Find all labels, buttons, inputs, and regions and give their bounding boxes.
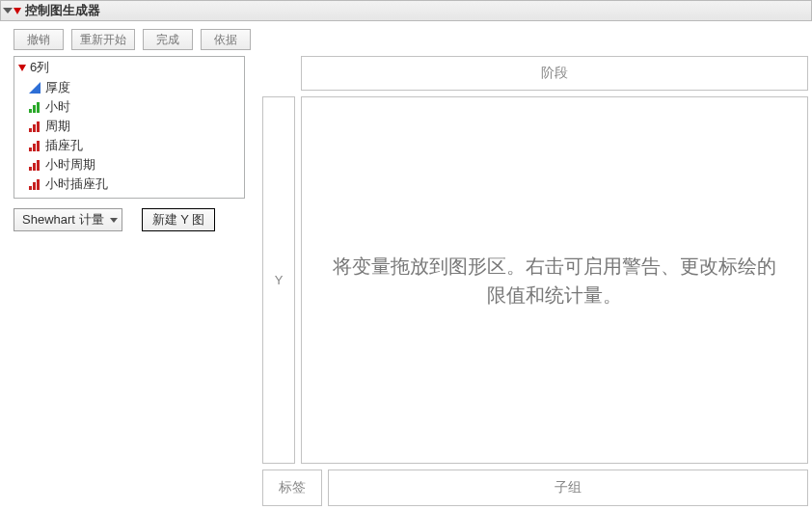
svg-rect-3	[37, 102, 40, 113]
column-item[interactable]: 厚度	[18, 78, 240, 97]
svg-rect-7	[29, 148, 32, 151]
ordinal-red-icon	[28, 158, 41, 172]
columns-header[interactable]: 6列	[14, 57, 244, 78]
svg-rect-13	[29, 186, 32, 190]
new-y-chart-button[interactable]: 新建 Y 图	[142, 208, 216, 231]
columns-list: 厚度小时周期插座孔小时周期小时插座孔	[14, 78, 244, 198]
column-label: 小时	[45, 98, 70, 116]
ordinal-red-icon	[28, 139, 41, 152]
chart-type-label: Shewhart 计量	[22, 211, 104, 228]
column-label: 小时周期	[45, 156, 95, 174]
svg-rect-2	[33, 105, 36, 113]
window-title: 控制图生成器	[25, 2, 100, 19]
svg-rect-4	[29, 128, 32, 132]
column-label: 周期	[45, 118, 70, 135]
svg-rect-11	[33, 163, 36, 171]
chevron-down-icon	[110, 218, 118, 223]
svg-rect-1	[29, 109, 32, 113]
dropzones: 阶段 Y 将变量拖放到图形区。右击可启用警告、更改标绘的限值和统计量。 标签 子…	[258, 56, 812, 510]
svg-rect-14	[33, 182, 36, 190]
column-item[interactable]: 小时周期	[18, 155, 240, 174]
title-bar: 控制图生成器	[0, 0, 812, 21]
column-label: 插座孔	[45, 137, 83, 154]
hotspot-icon[interactable]	[18, 65, 26, 71]
chart-type-dropdown[interactable]: Shewhart 计量	[14, 208, 122, 231]
left-panel: 6列 厚度小时周期插座孔小时周期小时插座孔 Shewhart 计量 新建 Y 图	[0, 56, 258, 510]
toolbar: 撤销 重新开始 完成 依据	[0, 21, 812, 56]
svg-rect-8	[33, 144, 36, 151]
column-item[interactable]: 周期	[18, 117, 240, 136]
svg-rect-6	[37, 121, 40, 132]
column-item[interactable]: 小时插座孔	[18, 174, 240, 194]
column-label: 小时插座孔	[45, 175, 108, 193]
hotspot-icon[interactable]	[14, 8, 21, 14]
svg-rect-5	[33, 124, 36, 132]
done-button[interactable]: 完成	[143, 29, 193, 50]
svg-rect-10	[29, 167, 32, 171]
columns-panel: 6列 厚度小时周期插座孔小时周期小时插座孔	[14, 56, 245, 199]
ordinal-red-icon	[28, 120, 41, 133]
restart-button[interactable]: 重新开始	[71, 29, 135, 50]
ordinal-red-icon	[28, 177, 41, 191]
column-label: 厚度	[45, 79, 70, 96]
continuous-blue-icon	[28, 81, 41, 94]
svg-rect-9	[37, 141, 40, 151]
svg-marker-0	[29, 82, 41, 94]
undo-button[interactable]: 撤销	[14, 29, 64, 50]
phase-dropzone[interactable]: 阶段	[301, 56, 808, 91]
svg-rect-15	[37, 179, 40, 190]
disclosure-icon[interactable]	[3, 8, 13, 13]
label-dropzone[interactable]: 标签	[262, 470, 322, 506]
columns-count: 6列	[30, 59, 49, 76]
basis-button[interactable]: 依据	[201, 29, 251, 50]
nominal-green-icon	[28, 100, 41, 114]
column-item[interactable]: 小时	[18, 97, 240, 117]
chart-canvas[interactable]: 将变量拖放到图形区。右击可启用警告、更改标绘的限值和统计量。	[301, 96, 808, 464]
svg-rect-12	[37, 160, 40, 171]
column-item[interactable]: 插座孔	[18, 136, 240, 155]
y-dropzone[interactable]: Y	[262, 96, 295, 464]
subgroup-dropzone[interactable]: 子组	[328, 470, 808, 506]
